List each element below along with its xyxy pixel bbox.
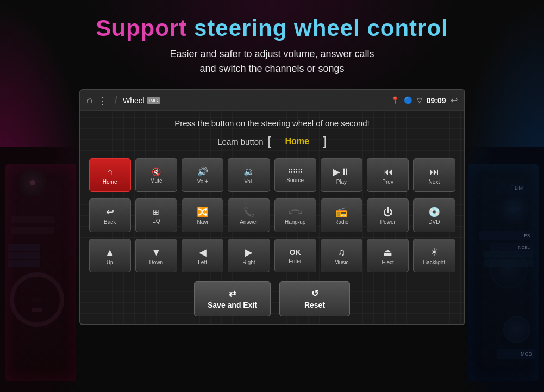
power-button[interactable]: ⏻ Power — [367, 198, 409, 232]
save-exit-icon: ⇄ — [229, 288, 236, 298]
reset-label: Reset — [304, 301, 325, 309]
app-tag: IMG — [147, 97, 160, 104]
dvd-icon: 💿 — [428, 207, 440, 217]
source-icon: ⠿⠿⠿ — [288, 169, 303, 175]
vol-down-label: Vol- — [244, 178, 253, 184]
reset-icon: ↺ — [311, 288, 318, 298]
next-icon: ⏭ — [429, 167, 439, 177]
location-icon: 📍 — [391, 96, 399, 104]
vol-up-icon: 🔊 — [197, 167, 208, 176]
eject-label: Eject — [382, 259, 394, 265]
home-status-icon: ⌂ — [87, 95, 93, 106]
vol-down-icon: 🔉 — [243, 167, 254, 176]
down-icon: ▼ — [151, 247, 161, 257]
button-grid-row2: ↩ Back ⊞ EQ 🔀 Navi 📞 Answer — [89, 198, 455, 232]
eq-icon: ⊞ — [153, 208, 159, 216]
eq-button[interactable]: ⊞ EQ — [135, 198, 177, 232]
eject-button[interactable]: ⏏ Eject — [367, 239, 409, 272]
mute-button[interactable]: 🔇 Mute — [135, 158, 177, 192]
bracket-open: [ — [268, 134, 271, 148]
navi-icon: 🔀 — [197, 207, 209, 217]
enter-label: Enter — [289, 258, 302, 264]
radio-icon: 📻 — [335, 207, 347, 217]
back-icon: ↩ — [106, 207, 114, 217]
vol-down-button[interactable]: 🔉 Vol- — [228, 158, 270, 192]
status-bar: ⌂ ⋮ / Wheel IMG 📍 🔵 ▽ 09:09 ↩ — [80, 90, 464, 111]
bracket-close: ] — [323, 134, 327, 148]
home-button[interactable]: ⌂ Home — [89, 158, 131, 192]
radio-button[interactable]: 📻 Radio — [321, 198, 362, 232]
mute-label: Mute — [150, 178, 162, 184]
subtitle: Easier and safer to adjust volume, answe… — [170, 47, 374, 76]
hangup-button[interactable]: 📞 Hang-up — [274, 198, 316, 232]
navi-label: Navi — [197, 219, 208, 225]
prev-label: Prev — [382, 179, 393, 185]
vol-up-label: Vol+ — [197, 178, 208, 184]
learn-label: Learn button — [217, 137, 263, 146]
right-button[interactable]: ▶ Right — [228, 239, 270, 272]
title-steering: steering — [194, 15, 287, 41]
home-label: Home — [103, 179, 117, 185]
reset-button[interactable]: ↺ Reset — [279, 281, 350, 316]
separator-line: / — [114, 94, 117, 107]
next-button[interactable]: ⏭ Next — [413, 158, 455, 192]
right-label: Right — [242, 259, 255, 265]
prev-button[interactable]: ⏮ Prev — [367, 158, 409, 192]
vol-up-button[interactable]: 🔊 Vol+ — [182, 158, 223, 192]
left-label: Left — [198, 259, 207, 265]
music-button[interactable]: ♫ Music — [321, 239, 362, 272]
left-icon: ◀ — [199, 247, 207, 257]
answer-label: Answer — [240, 219, 258, 225]
radio-label: Radio — [334, 219, 348, 225]
subtitle-line2: and switch the channels or songs — [199, 63, 344, 74]
navi-button[interactable]: 🔀 Navi — [182, 198, 223, 232]
answer-button[interactable]: 📞 Answer — [228, 198, 270, 232]
right-icon: ▶ — [245, 247, 253, 257]
action-buttons-row: ⇄ Save and Exit ↺ Reset — [89, 279, 455, 316]
power-label: Power — [380, 219, 395, 225]
music-label: Music — [334, 259, 348, 265]
mute-icon: 🔇 — [152, 168, 161, 176]
back-button[interactable]: ↩ Back — [89, 198, 131, 232]
music-icon: ♫ — [338, 247, 346, 257]
enter-button[interactable]: OK Enter — [274, 239, 316, 272]
hangup-label: Hang-up — [285, 219, 305, 225]
up-button[interactable]: ▲ Up — [89, 239, 131, 272]
save-exit-button[interactable]: ⇄ Save and Exit — [194, 281, 271, 316]
play-button[interactable]: ▶⏸ Play — [321, 158, 362, 192]
page-title: Support steering wheel control — [96, 15, 448, 41]
backlight-label: Backlight — [423, 259, 446, 265]
content-area: Press the button on the steering wheel o… — [80, 111, 464, 324]
source-button[interactable]: ⠿⠿⠿ Source — [274, 158, 316, 192]
title-support: Support — [96, 15, 187, 41]
time-display: 09:09 — [427, 96, 446, 105]
answer-icon: 📞 — [243, 207, 255, 217]
status-bar-left: ⌂ ⋮ / Wheel IMG — [87, 94, 160, 107]
up-icon: ▲ — [105, 247, 115, 257]
play-label: Play — [336, 179, 347, 185]
learn-current-value: Home — [276, 136, 319, 146]
bluetooth-icon: 🔵 — [404, 96, 412, 104]
up-label: Up — [107, 259, 114, 265]
subtitle-line1: Easier and safer to adjust volume, answe… — [170, 48, 374, 59]
button-grid-row1: ⌂ Home 🔇 Mute 🔊 Vol+ 🔉 Vol- — [89, 158, 455, 192]
eq-label: EQ — [152, 218, 160, 224]
dvd-label: DVD — [428, 219, 440, 225]
down-button[interactable]: ▼ Down — [135, 239, 177, 272]
backlight-button[interactable]: ☀ Backlight — [413, 239, 455, 272]
enter-icon: OK — [290, 248, 301, 256]
page-wrapper: Support steering wheel control Easier an… — [0, 0, 544, 325]
press-instruction: Press the button on the steering wheel o… — [89, 119, 455, 128]
dvd-button[interactable]: 💿 DVD — [413, 198, 455, 232]
next-label: Next — [429, 179, 440, 185]
back-label: Back — [104, 219, 116, 225]
eject-icon: ⏏ — [383, 247, 392, 257]
left-button[interactable]: ◀ Left — [182, 239, 223, 272]
phone-ui-container: ⌂ ⋮ / Wheel IMG 📍 🔵 ▽ 09:09 ↩ Press the … — [79, 89, 465, 325]
signal-icon: ▽ — [417, 96, 422, 104]
status-bar-right: 📍 🔵 ▽ 09:09 ↩ — [391, 95, 458, 105]
learn-button-row: Learn button [ Home ] — [89, 134, 455, 148]
source-label: Source — [286, 177, 304, 183]
power-icon: ⏻ — [383, 207, 393, 217]
down-label: Down — [149, 259, 164, 265]
